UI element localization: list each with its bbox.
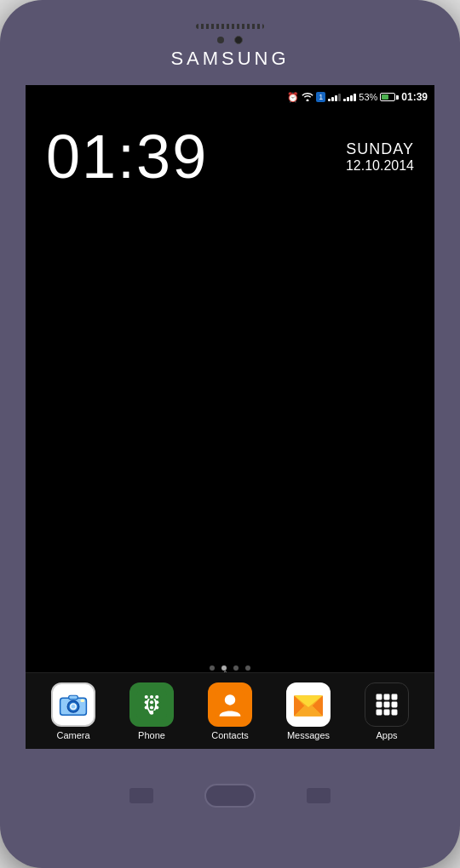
svg-rect-34 [392,709,398,715]
status-time: 01:39 [401,91,428,103]
clock-area: 01:39 SUNDAY 12.10.2014 [26,109,434,187]
svg-rect-28 [392,694,398,700]
dock-item-camera[interactable]: Camera [51,682,95,740]
apps-label: Apps [376,730,397,740]
messages-icon [286,682,331,727]
svg-point-4 [72,705,76,709]
dock-item-messages[interactable]: Messages [286,682,331,740]
svg-rect-30 [384,701,390,707]
battery-percent: 53% [359,92,377,102]
svg-rect-32 [377,709,382,715]
bottom-dock: Camera [26,672,434,749]
contacts-label: Contacts [211,730,248,740]
signal-bars-2 [343,94,356,101]
svg-point-18 [225,694,235,705]
screen: ⏰ 1 [26,85,434,749]
speaker [196,24,264,29]
sim1-icon: 1 [316,92,325,102]
phone-frame: SAMSUNG ⏰ 1 [0,0,460,868]
signal-bars-1 [328,94,341,101]
camera-icon [51,682,95,727]
page-dots: ⌂ [210,665,250,671]
phone-label: Phone [138,730,165,740]
svg-rect-7 [136,689,167,720]
page-dot-home: ⌂ [221,665,227,671]
status-bar: ⏰ 1 [26,85,434,109]
svg-rect-33 [384,709,390,715]
svg-point-8 [145,694,148,698]
battery-icon [380,93,399,101]
home-button[interactable] [204,784,256,808]
day-name: SUNDAY [346,140,414,158]
svg-rect-5 [69,695,78,700]
page-dot-4 [245,665,250,671]
svg-rect-26 [377,694,382,700]
svg-point-9 [150,694,153,698]
messages-label: Messages [287,730,330,740]
back-button[interactable] [129,788,153,803]
front-camera-area [217,36,243,44]
contacts-icon [208,682,252,727]
wifi-icon [302,91,313,103]
bottom-physical [0,749,460,842]
apps-icon [365,682,409,727]
phone-icon [129,682,174,727]
status-icons: ⏰ 1 [287,91,428,103]
svg-point-12 [150,700,153,704]
brand-logo: SAMSUNG [170,48,289,70]
svg-rect-29 [377,701,382,707]
svg-rect-27 [384,694,390,700]
svg-rect-31 [392,701,398,707]
camera-label: Camera [56,730,89,740]
date-text: 12.10.2014 [346,158,414,174]
dock-item-phone[interactable]: Phone [129,682,174,740]
svg-rect-6 [80,699,84,701]
date-area: SUNDAY 12.10.2014 [346,140,414,174]
top-bar: SAMSUNG [0,0,460,85]
dock-item-contacts[interactable]: Contacts [208,682,252,740]
front-camera [234,36,243,44]
alarm-icon: ⏰ [287,92,299,103]
svg-point-10 [155,694,158,698]
main-clock: 01:39 [46,126,208,187]
page-dot-1 [210,665,215,671]
page-dot-3 [233,665,239,671]
svg-point-15 [150,705,153,709]
recents-button[interactable] [307,788,331,803]
dock-item-apps[interactable]: Apps [365,682,409,740]
